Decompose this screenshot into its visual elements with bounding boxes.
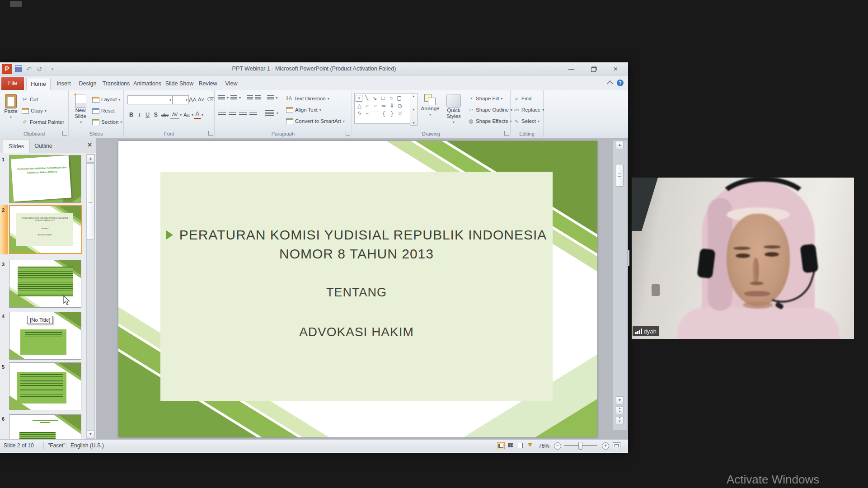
clear-formatting-button[interactable]: ⌫ <box>207 95 213 104</box>
grow-font-button[interactable]: A˄ <box>189 95 196 104</box>
slide-show-view-button[interactable] <box>527 442 534 448</box>
justify-icon[interactable] <box>249 111 257 116</box>
editor-scroll-thumb[interactable] <box>616 164 624 187</box>
align-right-icon[interactable] <box>239 111 247 116</box>
language-indicator[interactable]: English (U.S.) <box>70 442 104 449</box>
font-dialog-launcher[interactable] <box>208 131 213 136</box>
help-icon[interactable]: ? <box>617 80 624 86</box>
clipboard-dialog-launcher[interactable] <box>62 131 67 136</box>
italic-button[interactable]: I <box>136 111 143 119</box>
slide-title-line2[interactable]: NOMOR 8 TAHUN 2013 <box>160 246 553 262</box>
normal-view-button[interactable] <box>497 442 505 449</box>
right-arrow-shape-icon[interactable]: ⇨ <box>380 102 388 110</box>
shape-fill-button[interactable]: ◔Shape Fill▾ <box>468 94 502 103</box>
triangle-shape-icon[interactable]: △ <box>356 102 363 110</box>
align-text-button[interactable]: Align Text▾ <box>286 105 321 114</box>
slides-panel-scrollbar[interactable]: ▲ ▼ <box>86 154 95 439</box>
select-button[interactable]: ⇖Select▾ <box>513 117 540 126</box>
zoom-percentage[interactable]: 76% <box>539 443 549 449</box>
panel-scroll-down-icon[interactable]: ▼ <box>87 430 94 438</box>
reset-button[interactable]: Reset <box>92 106 115 115</box>
text-shadow-button[interactable]: S <box>152 111 160 119</box>
quick-styles-button[interactable]: Quick Styles▾ <box>442 94 465 125</box>
slide-sorter-view-button[interactable] <box>507 442 514 448</box>
copy-button[interactable]: Copy▾ <box>22 106 47 115</box>
zoom-in-button[interactable]: + <box>602 442 609 450</box>
strikethrough-button[interactable]: abc <box>160 111 170 119</box>
elbow-connector-icon[interactable]: ⌐ <box>364 102 371 110</box>
shapes-gallery[interactable]: A ╲ ↘ □ ○ ▢ △ ⌐ ⌐ ⇨ ⇩ 🗅 ϟ ～ <box>354 93 410 124</box>
font-color-button[interactable]: A <box>194 110 201 119</box>
font-name-select[interactable]: ▾ <box>127 95 173 104</box>
bullets-icon[interactable] <box>218 95 225 100</box>
bold-button[interactable]: B <box>127 111 135 119</box>
text-box-shape-icon[interactable]: A <box>356 95 362 102</box>
drawing-dialog-launcher[interactable] <box>504 131 509 136</box>
zoom-slider-thumb[interactable] <box>578 442 582 450</box>
panel-close-icon[interactable]: ✕ <box>87 141 92 148</box>
elbow-arrow-connector-icon[interactable]: ⌐ <box>372 102 380 110</box>
tab-animations[interactable]: Animations <box>132 78 163 90</box>
text-direction-button[interactable]: ‖AText Direction▾ <box>286 94 329 103</box>
gallery-more-icon[interactable]: ▼ <box>412 121 415 124</box>
align-center-icon[interactable] <box>229 111 236 116</box>
left-brace-shape-icon[interactable]: { <box>380 110 388 117</box>
slide-content-box[interactable]: PERATURAN KOMISI YUDISIAL REPUBLIK INDON… <box>160 172 553 401</box>
slide-text-tentang[interactable]: TENTANG <box>160 286 553 300</box>
minimize-ribbon-icon[interactable] <box>607 80 613 87</box>
slide-text-advokasi[interactable]: ADVOKASI HAKIM <box>160 325 553 339</box>
star-shape-icon[interactable]: ☆ <box>396 110 404 117</box>
freeform-shape-icon[interactable]: ϟ <box>356 110 363 117</box>
right-brace-shape-icon[interactable]: } <box>388 110 396 117</box>
slide-thumbnail-1[interactable]: Perbuatan Merendahkan Kehormatan dan Kel… <box>9 155 81 203</box>
change-case-button[interactable]: Aa <box>182 111 191 119</box>
tab-home[interactable]: Home <box>26 78 51 90</box>
ellipse-shape-icon[interactable]: ○ <box>387 94 395 102</box>
line-spacing-icon[interactable] <box>267 95 274 100</box>
tab-insert[interactable]: Insert <box>52 78 75 90</box>
restore-button[interactable] <box>587 66 600 74</box>
convert-smartart-button[interactable]: Convert to SmartArt▾ <box>286 117 345 126</box>
callout-shape-icon[interactable]: 🗅 <box>396 102 404 110</box>
title-bar[interactable]: P ↶ ↺ ▾ PPT Webinar 1 - Microsoft PowerP… <box>0 62 628 76</box>
replace-button[interactable]: abReplace▾ <box>513 105 544 114</box>
slide-thumbnail-5[interactable] <box>9 362 81 410</box>
font-size-select[interactable]: ▾ <box>173 95 189 104</box>
tab-slide-show[interactable]: Slide Show <box>164 78 195 90</box>
increase-indent-icon[interactable] <box>255 95 261 100</box>
numbering-icon[interactable] <box>230 95 237 100</box>
slide-thumbnail-6[interactable] <box>9 414 81 440</box>
slide-thumbnail-3[interactable] <box>9 260 81 308</box>
panel-tab-outline[interactable]: Outline <box>30 140 57 152</box>
decrease-indent-icon[interactable] <box>247 95 253 100</box>
slide-title-line1[interactable]: PERATURAN KOMISI YUDISIAL REPUBLIK INDON… <box>160 227 553 243</box>
paragraph-dialog-launcher[interactable] <box>346 131 350 136</box>
underline-button[interactable]: U <box>144 111 151 119</box>
shrink-font-button[interactable]: A˅ <box>198 95 204 104</box>
rounded-rectangle-shape-icon[interactable]: ▢ <box>395 94 403 102</box>
find-button[interactable]: ⌕Find <box>513 94 531 103</box>
arrow-line-shape-icon[interactable]: ↘ <box>371 94 379 102</box>
align-left-icon[interactable] <box>218 111 226 116</box>
columns-icon[interactable] <box>265 110 274 116</box>
curve-shape-icon[interactable]: ～ <box>364 110 371 117</box>
tab-view[interactable]: View <box>221 78 241 90</box>
slide-counter[interactable]: Slide 2 of 10 <box>4 442 34 449</box>
tab-review[interactable]: Review <box>196 78 220 90</box>
tab-file[interactable]: File <box>1 77 24 90</box>
close-button[interactable]: × <box>610 66 622 74</box>
character-spacing-button[interactable]: AV <box>170 111 179 119</box>
panel-scroll-up-icon[interactable]: ▲ <box>87 155 94 163</box>
meeting-scroll-indicator[interactable] <box>628 250 629 266</box>
minimize-button[interactable]: — <box>565 66 577 74</box>
panel-scroll-thumb[interactable] <box>87 163 94 240</box>
new-slide-button[interactable]: ✦ New Slide▾ <box>71 94 90 125</box>
previous-slide-button[interactable]: ▲▲ <box>616 406 624 414</box>
editor-scrollbar[interactable]: ▲ ▼ ▲▲ ▼▼ <box>613 140 627 430</box>
editor-scroll-down-icon[interactable]: ▼ <box>616 396 624 404</box>
slide-canvas[interactable]: PERATURAN KOMISI YUDISIAL REPUBLIK INDON… <box>118 141 597 437</box>
section-button[interactable]: Section▾ <box>92 117 122 127</box>
arrange-button[interactable]: Arrange▾ <box>419 94 441 117</box>
down-arrow-shape-icon[interactable]: ⇩ <box>388 102 396 110</box>
panel-tab-slides[interactable]: Slides <box>3 140 30 153</box>
